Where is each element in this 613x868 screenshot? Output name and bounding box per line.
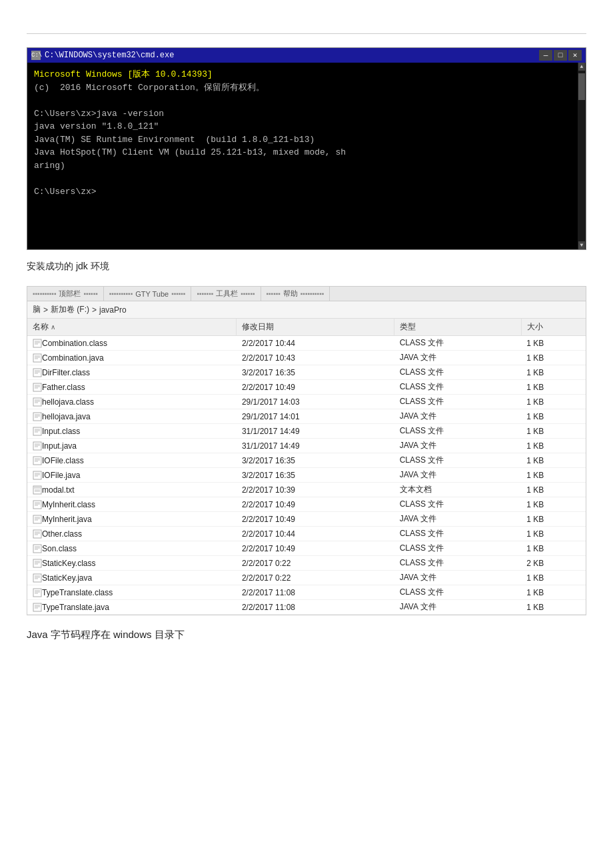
file-table-header: 名称 修改日期 类型 大小 bbox=[27, 319, 586, 336]
breadcrumb-part1[interactable]: 脑 bbox=[33, 304, 41, 315]
table-row[interactable]: DirFilter.class 3/2/2017 16:35 CLASS 文件 … bbox=[27, 365, 586, 380]
file-name[interactable]: Input.class bbox=[27, 424, 237, 439]
file-date: 2/2/2017 0:22 bbox=[237, 556, 394, 571]
file-table-header-row: 名称 修改日期 类型 大小 bbox=[27, 319, 586, 336]
file-name[interactable]: Son.class bbox=[27, 541, 237, 556]
cmd-scroll-thumb[interactable] bbox=[578, 73, 585, 100]
svg-rect-16 bbox=[33, 398, 41, 406]
file-type: CLASS 文件 bbox=[394, 497, 522, 512]
table-row[interactable]: hellojava.java 29/1/2017 14:01 JAVA 文件 1… bbox=[27, 409, 586, 424]
table-row[interactable]: IOFile.class 3/2/2017 16:35 CLASS 文件 1 K… bbox=[27, 453, 586, 468]
class-file-icon bbox=[33, 529, 42, 539]
file-type: 文本文档 bbox=[394, 483, 522, 497]
table-row[interactable]: Other.class 2/2/2017 10:44 CLASS 文件 1 KB bbox=[27, 527, 586, 541]
file-explorer: ▪▪▪▪▪▪▪▪▪▪ 顶部栏 ▪▪▪▪▪▪ ▪▪▪▪▪▪▪▪▪▪ GTY Tub… bbox=[27, 286, 586, 615]
fe-breadcrumb: 脑 > 新加卷 (F:) > javaPro bbox=[27, 301, 586, 319]
file-date: 2/2/2017 10:49 bbox=[237, 541, 394, 556]
file-date: 29/1/2017 14:03 bbox=[237, 395, 394, 409]
file-date: 3/2/2017 16:35 bbox=[237, 453, 394, 468]
file-name[interactable]: MyInherit.java bbox=[27, 512, 237, 527]
table-row[interactable]: Son.class 2/2/2017 10:49 CLASS 文件 1 KB bbox=[27, 541, 586, 556]
file-name[interactable]: StaticKey.java bbox=[27, 571, 237, 585]
table-row[interactable]: MyInherit.java 2/2/2017 10:49 JAVA 文件 1 … bbox=[27, 512, 586, 527]
cmd-close-button[interactable]: ✕ bbox=[568, 50, 582, 61]
cmd-line10: C:\Users\zx> bbox=[34, 187, 97, 197]
table-row[interactable]: modal.txt 2/2/2017 10:39 文本文档 1 KB bbox=[27, 483, 586, 497]
table-row[interactable]: Father.class 2/2/2017 10:49 CLASS 文件 1 K… bbox=[27, 380, 586, 395]
file-date: 29/1/2017 14:01 bbox=[237, 409, 394, 424]
file-name[interactable]: StaticKey.class bbox=[27, 556, 237, 571]
fe-toolbar: ▪▪▪▪▪▪▪▪▪▪ 顶部栏 ▪▪▪▪▪▪ ▪▪▪▪▪▪▪▪▪▪ GTY Tub… bbox=[27, 287, 586, 301]
class-file-icon bbox=[33, 588, 42, 597]
cmd-line5: java version "1.8.0_121" bbox=[34, 121, 159, 131]
file-date: 31/1/2017 14:49 bbox=[237, 424, 394, 439]
file-type: CLASS 文件 bbox=[394, 336, 522, 351]
file-size: 1 KB bbox=[521, 409, 586, 424]
file-type: CLASS 文件 bbox=[394, 365, 522, 380]
table-row[interactable]: Combination.java 2/2/2017 10:43 JAVA 文件 … bbox=[27, 351, 586, 365]
fe-toolbar-label-4: 帮助 bbox=[283, 289, 298, 299]
file-name[interactable]: hellojava.class bbox=[27, 395, 237, 409]
cmd-output: Microsoft Windows [版本 10.0.14393] (c) 20… bbox=[34, 68, 579, 198]
file-name[interactable]: Father.class bbox=[27, 380, 237, 395]
file-name[interactable]: Combination.class bbox=[27, 336, 237, 351]
file-size: 1 KB bbox=[521, 336, 586, 351]
col-header-type[interactable]: 类型 bbox=[394, 319, 522, 336]
svg-rect-12 bbox=[33, 383, 41, 391]
breadcrumb-sep2: > bbox=[92, 305, 97, 315]
cmd-line2: (c) 2016 Microsoft Corporation。保留所有权利。 bbox=[34, 83, 265, 93]
cmd-line7: Java HotSpot(TM) Client VM (build 25.121… bbox=[34, 147, 346, 157]
file-name[interactable]: DirFilter.class bbox=[27, 365, 237, 380]
svg-rect-60 bbox=[33, 559, 41, 567]
cmd-maximize-button[interactable]: □ bbox=[554, 50, 567, 61]
file-name[interactable]: TypeTranslate.class bbox=[27, 585, 237, 600]
breadcrumb-part3[interactable]: javaPro bbox=[99, 305, 127, 315]
file-type: JAVA 文件 bbox=[394, 571, 522, 585]
table-row[interactable]: StaticKey.class 2/2/2017 0:22 CLASS 文件 2… bbox=[27, 556, 586, 571]
cmd-scrollbar[interactable]: ▲ ▼ bbox=[578, 63, 586, 249]
fe-toolbar-dots-5: ▪▪▪▪▪▪▪ bbox=[197, 290, 213, 297]
table-row[interactable]: MyInherit.class 2/2/2017 10:49 CLASS 文件 … bbox=[27, 497, 586, 512]
col-header-size[interactable]: 大小 bbox=[521, 319, 586, 336]
file-type: CLASS 文件 bbox=[394, 541, 522, 556]
table-row[interactable]: StaticKey.java 2/2/2017 0:22 JAVA 文件 1 K… bbox=[27, 571, 586, 585]
table-row[interactable]: Input.java 31/1/2017 14:49 JAVA 文件 1 KB bbox=[27, 439, 586, 453]
cmd-minimize-button[interactable]: — bbox=[539, 50, 552, 61]
java-file-icon bbox=[33, 412, 42, 421]
breadcrumb-part2[interactable]: 新加卷 (F:) bbox=[51, 304, 89, 315]
txt-file-icon bbox=[33, 485, 42, 495]
file-date: 3/2/2017 16:35 bbox=[237, 365, 394, 380]
file-name[interactable]: MyInherit.class bbox=[27, 497, 237, 512]
table-row[interactable]: IOFile.java 3/2/2017 16:35 JAVA 文件 1 KB bbox=[27, 468, 586, 483]
table-row[interactable]: TypeTranslate.class 2/2/2017 11:08 CLASS… bbox=[27, 585, 586, 600]
cmd-controls[interactable]: — □ ✕ bbox=[539, 50, 582, 61]
file-name[interactable]: modal.txt bbox=[27, 483, 237, 497]
cmd-line4: C:\Users\zx>java -version bbox=[34, 109, 164, 119]
col-header-name[interactable]: 名称 bbox=[27, 319, 237, 336]
cmd-scroll-down[interactable]: ▼ bbox=[578, 241, 585, 249]
table-row[interactable]: Combination.class 2/2/2017 10:44 CLASS 文… bbox=[27, 336, 586, 351]
file-name[interactable]: Other.class bbox=[27, 527, 237, 541]
cmd-caption: 安装成功的 jdk 环境 bbox=[27, 261, 586, 273]
file-date: 2/2/2017 10:49 bbox=[237, 497, 394, 512]
file-date: 2/2/2017 10:49 bbox=[237, 512, 394, 527]
file-type: JAVA 文件 bbox=[394, 439, 522, 453]
breadcrumb-sep1: > bbox=[43, 305, 48, 315]
col-header-date[interactable]: 修改日期 bbox=[237, 319, 394, 336]
file-type: CLASS 文件 bbox=[394, 453, 522, 468]
table-row[interactable]: TypeTranslate.java 2/2/2017 11:08 JAVA 文… bbox=[27, 600, 586, 615]
file-size: 1 KB bbox=[521, 380, 586, 395]
file-name[interactable]: IOFile.java bbox=[27, 468, 237, 483]
file-name[interactable]: Combination.java bbox=[27, 351, 237, 365]
table-row[interactable]: hellojava.class 29/1/2017 14:03 CLASS 文件… bbox=[27, 395, 586, 409]
class-file-icon bbox=[33, 383, 42, 392]
cmd-scroll-up[interactable]: ▲ bbox=[578, 63, 585, 71]
file-name[interactable]: hellojava.java bbox=[27, 409, 237, 424]
fe-toolbar-label-1: 顶部栏 bbox=[59, 289, 81, 299]
file-name[interactable]: Input.java bbox=[27, 439, 237, 453]
file-date: 2/2/2017 10:49 bbox=[237, 380, 394, 395]
file-name[interactable]: TypeTranslate.java bbox=[27, 600, 237, 615]
file-name[interactable]: IOFile.class bbox=[27, 453, 237, 468]
table-row[interactable]: Input.class 31/1/2017 14:49 CLASS 文件 1 K… bbox=[27, 424, 586, 439]
file-type: JAVA 文件 bbox=[394, 468, 522, 483]
